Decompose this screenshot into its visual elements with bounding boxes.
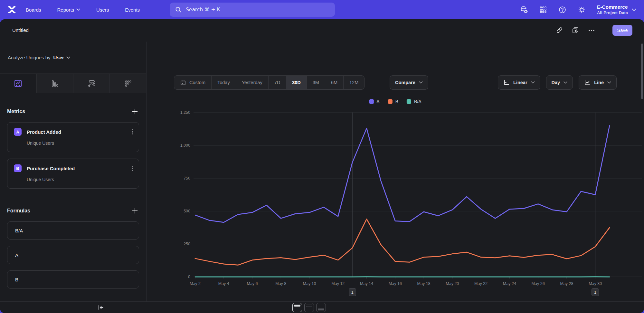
chart-panel: CustomTodayYesterday7D30D3M6M12M Compare… — [147, 42, 644, 301]
x-axis-label: May 14 — [360, 281, 373, 286]
metric-name: Product Added — [27, 129, 61, 135]
x-axis-label: May 18 — [417, 281, 431, 286]
metric-subtitle: Unique Users — [27, 141, 133, 146]
search-input[interactable]: Search ⌘ + K — [170, 3, 335, 17]
series-line-b[interactable] — [195, 219, 610, 265]
chevron-down-icon — [76, 8, 80, 11]
analyze-label: Analyze Uniques by — [8, 55, 51, 60]
nav-item-events[interactable]: Events — [125, 7, 140, 13]
metric-options-icon[interactable] — [132, 129, 133, 135]
x-axis-label: May 24 — [503, 281, 516, 286]
metric-badge: A — [14, 128, 22, 136]
y-axis-label: 1,250 — [180, 110, 190, 115]
nav-item-users[interactable]: Users — [96, 7, 109, 13]
y-axis-label: 1,000 — [180, 143, 190, 148]
metric-card-b[interactable]: BPurchase CompletedUnique Users — [7, 159, 139, 189]
apps-grid-icon[interactable] — [539, 5, 547, 14]
tab-flows[interactable] — [73, 74, 110, 93]
chart[interactable]: 02505007501,0001,250May 2May 4May 6May 8… — [147, 42, 644, 289]
x-axis-label: May 22 — [474, 281, 488, 286]
search-placeholder: Search ⌘ + K — [186, 7, 220, 13]
x-axis-label: May 20 — [446, 281, 459, 286]
project-subtitle: All Project Data — [597, 10, 628, 15]
report-header: Untitled Save — [0, 19, 644, 41]
series-line-a[interactable] — [195, 126, 610, 222]
search-icon — [175, 6, 182, 13]
formula-card-a[interactable]: A — [7, 246, 139, 264]
chevron-down-icon — [632, 8, 636, 11]
mixpanel-logo-icon[interactable] — [7, 5, 17, 15]
tab-retention[interactable] — [109, 74, 146, 93]
project-name: E-Commerce — [597, 4, 628, 10]
metric-subtitle: Unique Users — [27, 177, 133, 182]
layout-split-button[interactable] — [304, 303, 314, 312]
x-axis-label: May 12 — [331, 281, 345, 286]
data-management-icon[interactable] — [520, 5, 528, 14]
nav-item-label: Events — [125, 7, 140, 13]
x-axis-label: May 6 — [247, 281, 258, 286]
report-type-tabs — [0, 74, 146, 93]
nav-item-boards[interactable]: Boards — [26, 7, 41, 13]
annotation-badge[interactable]: 1 — [349, 288, 356, 296]
analyze-uniques-row: Analyze Uniques by User — [0, 42, 146, 74]
annotation-badge[interactable]: 1 — [592, 288, 599, 296]
duplicate-icon[interactable] — [572, 26, 579, 34]
add-metric-button[interactable] — [131, 107, 139, 116]
tab-insights[interactable] — [0, 74, 36, 93]
more-options-icon[interactable] — [588, 26, 595, 34]
formulas-title: Formulas — [7, 208, 30, 214]
nav-menu: BoardsReportsUsersEvents — [26, 7, 140, 13]
x-axis-label: May 26 — [532, 281, 545, 286]
formula-list: B/AAB — [7, 221, 139, 289]
bottom-bar — [0, 301, 644, 313]
x-axis-label: May 8 — [275, 281, 286, 286]
analyze-value: User — [53, 55, 64, 60]
top-nav: BoardsReportsUsersEvents Search ⌘ + K E-… — [0, 0, 644, 19]
x-axis-label: May 28 — [560, 281, 573, 286]
divider — [604, 26, 604, 34]
tab-funnels[interactable] — [36, 74, 73, 93]
y-axis-label: 250 — [184, 242, 190, 246]
save-button[interactable]: Save — [612, 25, 632, 36]
formula-card-b-a[interactable]: B/A — [7, 221, 139, 240]
x-axis-label: May 30 — [589, 281, 602, 286]
report-title: Untitled — [12, 27, 29, 33]
metric-card-a[interactable]: AProduct AddedUnique Users — [7, 122, 139, 152]
metric-name: Purchase Completed — [27, 166, 75, 171]
content-shell: Untitled Save Analyze Uniques by User — [0, 19, 644, 313]
add-formula-button[interactable] — [131, 207, 139, 215]
nav-item-label: Users — [96, 7, 109, 13]
layout-chart-top-button[interactable] — [292, 303, 302, 312]
scrollbar[interactable] — [641, 44, 643, 99]
x-axis-label: May 16 — [389, 281, 402, 286]
copy-link-icon[interactable] — [555, 26, 563, 34]
analyze-by-dropdown[interactable]: User — [53, 55, 70, 60]
x-axis-label: May 4 — [218, 281, 229, 286]
layout-chart-bottom-button[interactable] — [316, 303, 326, 312]
nav-item-label: Reports — [57, 7, 74, 13]
metric-list: AProduct AddedUnique UsersBPurchase Comp… — [7, 122, 139, 189]
nav-item-reports[interactable]: Reports — [57, 7, 80, 13]
collapse-sidebar-icon[interactable] — [97, 303, 105, 312]
metric-options-icon[interactable] — [132, 166, 133, 171]
settings-gear-icon[interactable] — [578, 5, 586, 14]
sidebar: Analyze Uniques by User — [0, 42, 147, 301]
project-switcher[interactable]: E-Commerce All Project Data — [597, 4, 636, 15]
chart-area: 02505007501,0001,250May 2May 4May 6May 8… — [147, 42, 644, 301]
x-axis-label: May 10 — [303, 281, 316, 286]
nav-item-label: Boards — [26, 7, 41, 13]
y-axis-label: 0 — [188, 275, 190, 279]
help-icon[interactable] — [558, 5, 567, 14]
x-axis-label: May 2 — [190, 281, 201, 286]
layout-toggle-group — [292, 303, 326, 312]
metrics-title: Metrics — [7, 109, 25, 114]
y-axis-label: 750 — [184, 176, 190, 181]
formula-card-b[interactable]: B — [7, 270, 139, 289]
metric-badge: B — [14, 164, 22, 172]
y-axis-label: 500 — [184, 209, 190, 213]
